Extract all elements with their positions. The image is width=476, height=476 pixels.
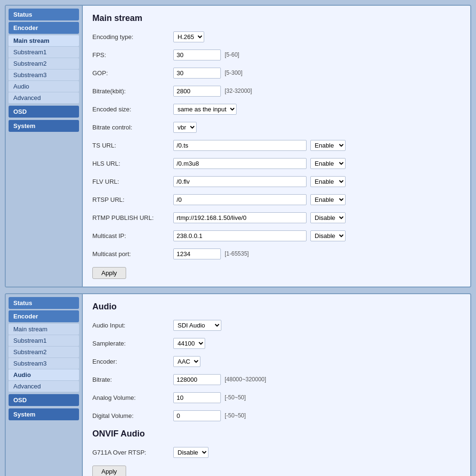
- input-flv-url: EnableDisable: [173, 176, 461, 187]
- rtsp-url-enable[interactable]: EnableDisable: [310, 194, 346, 205]
- sidebar-item-advanced-1[interactable]: Advanced: [9, 92, 79, 103]
- label-digital-volume: Digital Volume:: [92, 412, 173, 419]
- apply-button-1[interactable]: Apply: [92, 267, 126, 279]
- ts-url-enable[interactable]: EnableDisable: [310, 140, 346, 151]
- analog-volume-range: [-50~50]: [225, 394, 246, 401]
- digital-volume-range: [-50~50]: [225, 412, 246, 419]
- field-bitrate: Bitrate(kbit): [32-32000]: [92, 84, 461, 98]
- ts-url-input[interactable]: [173, 140, 307, 151]
- sidebar-item-substream1-1[interactable]: Substream1: [9, 47, 79, 58]
- input-encoding-type: H.265H.264: [173, 31, 461, 42]
- multicast-ip-input[interactable]: [173, 230, 307, 241]
- rtmp-url-input[interactable]: [173, 212, 307, 223]
- select-audio-input[interactable]: SDI AudioHDMI AudioLine In: [173, 320, 221, 331]
- sidebar-item-audio-1[interactable]: Audio: [9, 81, 79, 92]
- label-bitrate: Bitrate(kbit):: [92, 88, 173, 95]
- sidebar-osd-1[interactable]: OSD: [9, 106, 79, 118]
- panel-audio: Status Encoder Main stream Substream1 Su…: [5, 293, 471, 476]
- label-samplerate: Samplerate:: [92, 340, 173, 347]
- select-encoding-type[interactable]: H.265H.264: [173, 31, 204, 42]
- bitrate-input[interactable]: [173, 86, 221, 97]
- multicast-port-input[interactable]: [173, 248, 221, 259]
- field-ts-url: TS URL: EnableDisable: [92, 139, 461, 152]
- panel-main-stream: Status Encoder Main stream Substream1 Su…: [5, 5, 471, 288]
- label-bitrate-control: Bitrate control:: [92, 124, 173, 131]
- hls-url-enable[interactable]: EnableDisable: [310, 158, 346, 169]
- label-audio-input: Audio Input:: [92, 322, 173, 329]
- sidebar-system-1[interactable]: System: [9, 120, 79, 132]
- sidebar-item-substream1-2[interactable]: Substream1: [9, 335, 79, 346]
- hls-url-input[interactable]: [173, 158, 307, 169]
- multicast-port-range: [1-65535]: [225, 250, 249, 257]
- field-multicast-port: Multicast port: [1-65535]: [92, 247, 461, 260]
- gop-range: [5-300]: [225, 69, 242, 76]
- select-encoded-size[interactable]: same as the input: [173, 104, 237, 115]
- digital-volume-input[interactable]: [173, 410, 221, 421]
- label-multicast-ip: Multicast IP:: [92, 232, 173, 239]
- sidebar-status-2[interactable]: Status: [9, 297, 79, 309]
- audio-bitrate-range: [48000~320000]: [225, 376, 266, 383]
- input-g711a: DisableEnable: [173, 447, 461, 458]
- main-content-2: Audio Audio Input: SDI AudioHDMI AudioLi…: [82, 294, 470, 476]
- label-rtsp-url: RTSP URL:: [92, 196, 173, 203]
- field-audio-encoder: Encoder: AACMP3: [92, 355, 461, 368]
- sidebar-item-substream2-2[interactable]: Substream2: [9, 347, 79, 357]
- input-hls-url: EnableDisable: [173, 158, 461, 169]
- input-bitrate-control: vbrcbr: [173, 122, 461, 133]
- select-samplerate[interactable]: 4410048000: [173, 338, 205, 349]
- field-audio-input: Audio Input: SDI AudioHDMI AudioLine In: [92, 318, 461, 332]
- select-g711a[interactable]: DisableEnable: [173, 447, 208, 458]
- sidebar-item-main-stream-1[interactable]: Main stream: [9, 35, 79, 46]
- input-ts-url: EnableDisable: [173, 140, 461, 151]
- audio-title: Audio: [92, 302, 461, 312]
- sidebar-system-2[interactable]: System: [9, 408, 79, 420]
- input-multicast-ip: DisableEnable: [173, 230, 461, 241]
- main-stream-title: Main stream: [92, 13, 461, 23]
- label-encoded-size: Encoded size:: [92, 106, 173, 113]
- label-g711a: G711A Over RTSP:: [92, 449, 173, 456]
- multicast-ip-enable[interactable]: DisableEnable: [310, 230, 346, 241]
- rtsp-url-input[interactable]: [173, 194, 307, 205]
- sidebar-item-substream2-1[interactable]: Substream2: [9, 58, 79, 69]
- sidebar-item-main-stream-2[interactable]: Main stream: [9, 324, 79, 335]
- field-rtsp-url: RTSP URL: EnableDisable: [92, 193, 461, 206]
- sidebar-status-1[interactable]: Status: [9, 9, 79, 20]
- audio-bitrate-input[interactable]: [173, 374, 221, 385]
- flv-url-enable[interactable]: EnableDisable: [310, 176, 346, 187]
- label-flv-url: FLV URL:: [92, 178, 173, 185]
- field-g711a: G711A Over RTSP: DisableEnable: [92, 446, 461, 459]
- sidebar-item-audio-2[interactable]: Audio: [9, 369, 79, 380]
- sidebar-item-substream3-2[interactable]: Substream3: [9, 358, 79, 369]
- fps-range: [5-60]: [225, 51, 239, 58]
- fps-input[interactable]: [173, 50, 221, 60]
- main-content-1: Main stream Encoding type: H.265H.264 FP…: [82, 6, 470, 287]
- field-fps: FPS: [5-60]: [92, 48, 461, 61]
- sidebar-1: Status Encoder Main stream Substream1 Su…: [6, 6, 82, 287]
- sidebar-item-substream3-1[interactable]: Substream3: [9, 69, 79, 80]
- sidebar-encoder-2[interactable]: Encoder: [9, 310, 79, 322]
- flv-url-input[interactable]: [173, 176, 307, 187]
- sidebar-osd-2[interactable]: OSD: [9, 394, 79, 406]
- gop-input[interactable]: [173, 68, 221, 79]
- field-rtmp-url: RTMP PUBLISH URL: DisableEnable: [92, 211, 461, 224]
- input-samplerate: 4410048000: [173, 338, 461, 349]
- label-hls-url: HLS URL:: [92, 160, 173, 167]
- input-gop: [5-300]: [173, 68, 461, 79]
- analog-volume-input[interactable]: [173, 392, 221, 403]
- select-audio-encoder[interactable]: AACMP3: [173, 356, 200, 367]
- label-gop: GOP:: [92, 69, 173, 77]
- select-bitrate-control[interactable]: vbrcbr: [173, 122, 197, 133]
- input-rtmp-url: DisableEnable: [173, 212, 461, 223]
- sidebar-encoder-1[interactable]: Encoder: [9, 22, 79, 34]
- label-ts-url: TS URL:: [92, 142, 173, 149]
- label-audio-bitrate: Bitrate:: [92, 376, 173, 383]
- label-analog-volume: Analog Volume:: [92, 394, 173, 401]
- rtmp-url-enable[interactable]: DisableEnable: [310, 212, 346, 223]
- sidebar-item-advanced-2[interactable]: Advanced: [9, 381, 79, 392]
- label-audio-encoder: Encoder:: [92, 358, 173, 365]
- field-samplerate: Samplerate: 4410048000: [92, 337, 461, 350]
- apply-button-2[interactable]: Apply: [92, 466, 126, 476]
- label-multicast-port: Multicast port:: [92, 250, 173, 258]
- apply-row-1: Apply: [92, 267, 461, 279]
- field-multicast-ip: Multicast IP: DisableEnable: [92, 229, 461, 242]
